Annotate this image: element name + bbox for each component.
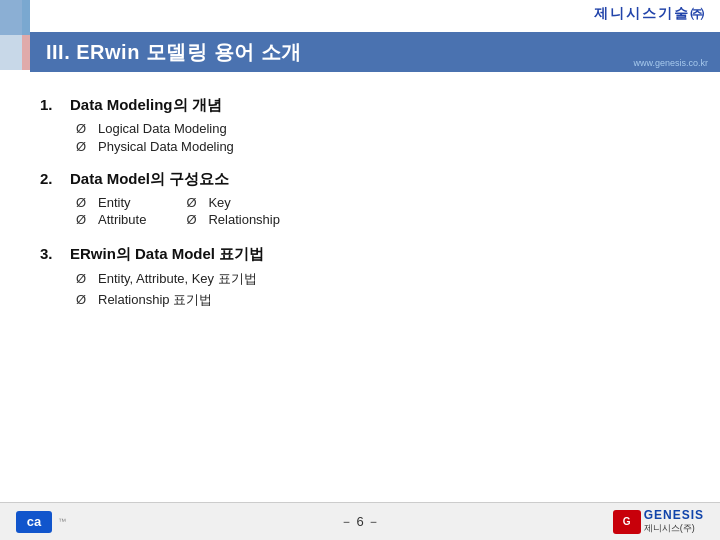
section-1: 1. Data Modeling의 개념 Ø Logical Data Mode…: [40, 96, 680, 154]
ca-logo: ca: [16, 511, 52, 533]
bullet-arrow-icon: Ø: [186, 195, 200, 210]
header-title: III. ERwin 모델링 용어 소개: [46, 39, 302, 66]
bullet-arrow-icon: Ø: [76, 292, 90, 307]
company-label: 제니시스(주): [644, 522, 695, 535]
bullet-text: Entity: [98, 195, 131, 210]
bullet-arrow-icon: Ø: [76, 195, 90, 210]
bullet-arrow-icon: Ø: [76, 212, 90, 227]
section-2: 2. Data Model의 구성요소 Ø Entity Ø Key Ø Att…: [40, 170, 680, 229]
section-1-num: 1.: [40, 96, 60, 113]
section-1-title: Data Modeling의 개념: [70, 96, 222, 115]
genesis-logo-area: G GENESIS 제니시스(주): [613, 508, 704, 535]
ca-logo-text: ca: [27, 514, 41, 529]
bullet-text: Relationship: [208, 212, 280, 227]
list-item: Ø Entity: [76, 195, 186, 210]
ca-logo-area: ca ™: [16, 511, 66, 533]
section-2-num: 2.: [40, 170, 60, 187]
section-3: 3. ERwin의 Data Model 표기법 Ø Entity, Attri…: [40, 245, 680, 309]
bullet-arrow-icon: Ø: [76, 271, 90, 286]
ca-trademark: ™: [58, 517, 66, 526]
list-item: Ø Relationship 표기법: [40, 291, 680, 309]
website-url: www.genesis.co.kr: [633, 58, 708, 68]
bullet-arrow-icon: Ø: [76, 121, 90, 136]
list-item: Ø Physical Data Modeling: [40, 139, 680, 154]
bullet-text: Physical Data Modeling: [98, 139, 234, 154]
list-item: Ø Attribute: [76, 212, 186, 227]
footer: ca ™ － 6 － G GENESIS 제니시스(주): [0, 502, 720, 540]
bullet-arrow-icon: Ø: [76, 139, 90, 154]
bullet-text: Attribute: [98, 212, 146, 227]
bullet-text: Entity, Attribute, Key 표기법: [98, 270, 257, 288]
bullet-arrow-icon: Ø: [186, 212, 200, 227]
section-3-num: 3.: [40, 245, 60, 262]
list-item: Ø Logical Data Modeling: [40, 121, 680, 136]
company-logo-area: 제니시스기술㈜: [594, 5, 706, 23]
bullet-text: Key: [208, 195, 230, 210]
genesis-label: GENESIS: [644, 508, 704, 522]
list-item: Ø Entity, Attribute, Key 표기법: [40, 270, 680, 288]
genesis-icon: G: [623, 516, 631, 527]
bullet-text: Relationship 표기법: [98, 291, 212, 309]
bullet-text: Logical Data Modeling: [98, 121, 227, 136]
main-content: 1. Data Modeling의 개념 Ø Logical Data Mode…: [0, 78, 720, 335]
section-2-title: Data Model의 구성요소: [70, 170, 229, 189]
list-item: Ø Relationship: [186, 212, 280, 227]
company-name: 제니시스기술㈜: [594, 5, 706, 23]
page-number: － 6 －: [340, 513, 380, 531]
list-item: Ø Key: [186, 195, 280, 210]
section-3-title: ERwin의 Data Model 표기법: [70, 245, 264, 264]
